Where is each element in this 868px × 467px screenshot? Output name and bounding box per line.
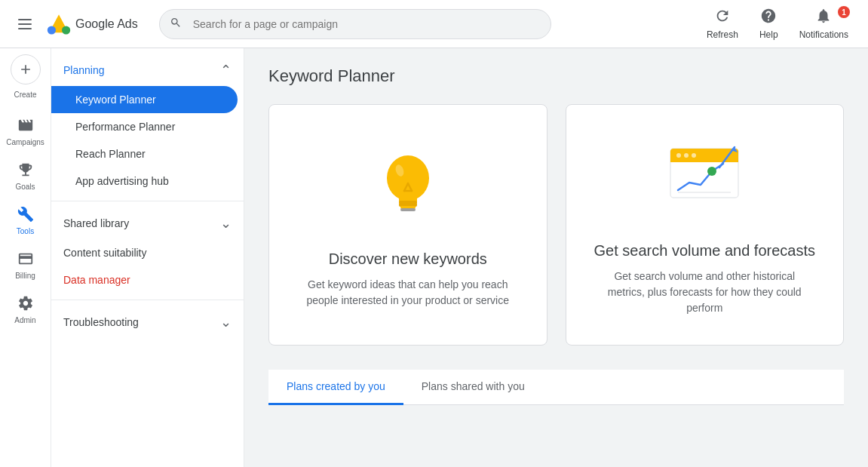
- billing-icon: [17, 250, 34, 270]
- notifications-wrap: Notifications 1: [792, 3, 856, 45]
- tools-label: Tools: [17, 227, 34, 235]
- search-input[interactable]: [159, 9, 551, 39]
- search-volume-title: Get search volume and forecasts: [594, 242, 815, 260]
- notifications-icon: [815, 8, 832, 28]
- logo-text: Google Ads: [75, 17, 138, 31]
- main-layout: Create Campaigns Goals: [0, 48, 868, 467]
- tab-plans-shared-with-you[interactable]: Plans shared with you: [403, 370, 543, 405]
- svg-rect-0: [18, 19, 32, 20]
- svg-point-7: [387, 155, 429, 201]
- shared-library-section-header[interactable]: Shared library ⌄: [51, 207, 244, 239]
- logo-icon: [47, 12, 71, 36]
- svg-point-22: [692, 153, 696, 158]
- discover-keywords-card[interactable]: Discover new keywords Get keyword ideas …: [268, 104, 547, 346]
- topbar: Google Ads Refresh Help: [0, 0, 868, 48]
- topbar-left: Google Ads: [12, 12, 138, 36]
- discover-keywords-title: Discover new keywords: [329, 250, 487, 268]
- nav-panel: Planning ⌃ Keyword Planner Performance P…: [51, 48, 244, 467]
- planning-label: Planning: [63, 64, 105, 76]
- search-volume-card[interactable]: Get search volume and forecasts Get sear…: [566, 104, 845, 346]
- sidebar-item-billing[interactable]: Billing: [5, 244, 47, 286]
- svg-rect-1: [18, 23, 32, 25]
- admin-label: Admin: [14, 316, 35, 324]
- svg-point-21: [684, 153, 689, 158]
- svg-point-4: [48, 26, 56, 34]
- tabs-container: Plans created by you Plans shared with y…: [268, 370, 844, 405]
- create-label: Create: [14, 91, 36, 99]
- discover-keywords-desc: Get keyword ideas that can help you reac…: [302, 277, 514, 309]
- svg-rect-2: [18, 28, 32, 29]
- nav-item-app-advertising-hub[interactable]: App advertising hub: [51, 167, 238, 195]
- page-title: Keyword Planner: [268, 66, 844, 86]
- nav-item-performance-planner[interactable]: Performance Planner: [51, 113, 238, 140]
- billing-label: Billing: [15, 272, 35, 280]
- notifications-label: Notifications: [799, 29, 848, 40]
- cards-row: Discover new keywords Get keyword ideas …: [268, 104, 844, 346]
- svg-point-5: [62, 26, 70, 34]
- nav-divider-2: [51, 300, 244, 300]
- content-area: Keyword Planner: [244, 48, 868, 467]
- shared-library-chevron-icon: ⌄: [220, 215, 232, 232]
- search-volume-desc: Get search volume and other historical m…: [599, 269, 810, 316]
- planning-section-header[interactable]: Planning ⌃: [51, 54, 244, 86]
- goals-label: Goals: [15, 183, 35, 191]
- nav-item-content-suitability[interactable]: Content suitability: [51, 239, 244, 266]
- troubleshooting-section-header[interactable]: Troubleshooting ⌄: [51, 306, 244, 338]
- help-button[interactable]: Help: [752, 3, 786, 45]
- nav-divider-1: [51, 201, 244, 201]
- refresh-label: Refresh: [707, 29, 738, 40]
- sidebar-icons: Create Campaigns Goals: [0, 48, 51, 467]
- svg-point-20: [676, 153, 681, 158]
- tabs-row: Plans created by you Plans shared with y…: [268, 370, 844, 405]
- notification-badge: 1: [838, 6, 850, 18]
- troubleshooting-label: Troubleshooting: [63, 316, 139, 328]
- discover-keywords-illustration: [363, 142, 453, 232]
- svg-point-23: [707, 167, 716, 176]
- refresh-button[interactable]: Refresh: [699, 3, 746, 45]
- refresh-icon: [714, 8, 731, 28]
- search-icon: [170, 17, 182, 32]
- search-bar: [159, 9, 551, 39]
- nav-item-data-manager[interactable]: Data manager: [51, 266, 244, 293]
- tools-icon: [17, 206, 34, 226]
- campaigns-icon: [17, 117, 34, 137]
- sidebar-item-admin[interactable]: Admin: [5, 289, 47, 330]
- search-volume-illustration: [659, 134, 750, 224]
- sidebar-item-tools[interactable]: Tools: [5, 200, 47, 241]
- troubleshooting-chevron-icon: ⌄: [220, 314, 232, 330]
- nav-item-reach-planner[interactable]: Reach Planner: [51, 140, 238, 167]
- nav-item-keyword-planner[interactable]: Keyword Planner: [51, 86, 238, 113]
- google-ads-logo[interactable]: Google Ads: [47, 12, 138, 36]
- goals-icon: [17, 161, 34, 181]
- help-icon: [760, 8, 777, 28]
- admin-icon: [17, 295, 34, 315]
- sidebar-item-campaigns[interactable]: Campaigns: [5, 111, 47, 152]
- hamburger-button[interactable]: [12, 13, 38, 35]
- help-label: Help: [759, 29, 778, 40]
- topbar-right: Refresh Help Notifications 1: [699, 3, 856, 45]
- sidebar-item-goals[interactable]: Goals: [5, 155, 47, 197]
- tab-plans-created-by-you[interactable]: Plans created by you: [268, 370, 403, 405]
- svg-rect-12: [400, 208, 416, 211]
- planning-chevron-icon: ⌃: [220, 62, 232, 78]
- shared-library-label: Shared library: [63, 217, 129, 229]
- campaigns-label: Campaigns: [6, 138, 44, 146]
- content-inner: Keyword Planner: [244, 48, 868, 423]
- create-button[interactable]: [11, 54, 41, 84]
- planning-items: Keyword Planner Performance Planner Reac…: [51, 86, 244, 195]
